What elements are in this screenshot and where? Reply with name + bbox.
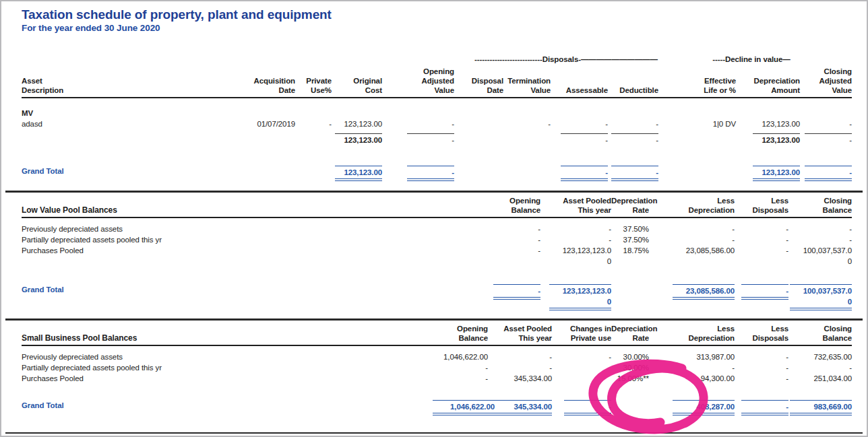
value-cell: - (800, 133, 852, 145)
value-cell: - (503, 119, 551, 129)
value-cell (454, 119, 503, 129)
small-business-pool-header: Small Business Pool Balances Opening Bal… (22, 321, 852, 346)
section-title: Small Business Pool Balances (22, 333, 433, 343)
column-header: Assessable (551, 86, 608, 95)
column-header: Opening Balance (433, 324, 488, 343)
value-cell: 123,123.00 (332, 166, 382, 181)
column-header: Opening Adjusted Value (382, 67, 454, 95)
column-header: Less Depreciation (665, 324, 735, 343)
column-header: Depreciation Amount (736, 76, 800, 95)
value-cell: 123,123.00 (736, 133, 800, 145)
asset-description: adasd (22, 119, 244, 129)
value-cell: 1|0 DV (658, 119, 736, 129)
subtotal-row: 123,123.00 - - - 123,123.00 - (22, 133, 852, 145)
value-cell: - (800, 166, 852, 181)
report-page: Taxation schedule of property, plant and… (0, 0, 868, 437)
table-row: Purchases Pooled - 123,123,123.0 0 18.75… (22, 245, 852, 267)
grand-total-row: Grand Total 1,046,622.00 345,334.00 - 40… (22, 400, 852, 415)
column-header: Less Disposals (735, 196, 788, 215)
value-cell: - (800, 119, 852, 129)
grand-total-label: Grand Total (22, 166, 244, 181)
column-header: Asset Pooled This year (488, 324, 552, 343)
table-row: Purchases Pooled - 345,334.00 15.00%** 9… (22, 373, 852, 384)
page-subtitle: For the year ended 30 June 2020 (22, 22, 849, 34)
column-header: Changes in Private use (552, 324, 611, 343)
section-title: Low Value Pool Balances (22, 205, 487, 215)
value-cell: - (608, 119, 658, 129)
column-header: Original Cost (332, 76, 382, 95)
value-cell: 01/07/2019 (244, 119, 295, 129)
main-table-header: ---------------------------Disposals-———… (22, 55, 852, 98)
grand-total-row: Grand Total - 123,123,123.0 0 23,085,586… (22, 284, 852, 310)
low-value-pool-header: Low Value Pool Balances Opening Balance … (22, 193, 852, 218)
value-cell: 123,123.00 (736, 119, 800, 129)
column-header: Closing Balance (788, 324, 852, 343)
column-header: Effective Life or % (658, 76, 736, 95)
grand-total-label: Grand Total (22, 400, 433, 415)
value-cell: - (382, 133, 454, 145)
table-row: Partially depreciated assets pooled this… (22, 362, 852, 373)
disposals-group-header: ---------------------------Disposals-———… (439, 55, 693, 64)
column-header: Less Depreciation (665, 196, 735, 215)
table-row: Previously depreciated assets 1,046,622.… (22, 351, 852, 362)
column-header: Termination Value (503, 76, 551, 95)
table-row: adasd 01/07/2019 - 123,123.00 - - - - 1|… (22, 119, 852, 129)
value-cell: - (382, 119, 454, 129)
page-bottom-rule (5, 432, 863, 434)
column-header: Depreciation Rate (611, 324, 665, 343)
column-header: Acquisition Date (244, 76, 295, 95)
page-title: Taxation schedule of property, plant and… (22, 7, 849, 22)
value-cell: - (551, 119, 608, 129)
column-header: Depreciation Rate (611, 196, 665, 215)
decline-in-value-group-header: -----Decline in value— (694, 55, 809, 64)
value-cell: - (608, 166, 658, 181)
grand-total-label: Grand Total (22, 284, 487, 310)
value-cell: - (295, 119, 332, 129)
value-cell: 123,123.00 (736, 166, 800, 181)
table-row: Previously depreciated assets - - 37.50%… (22, 224, 852, 234)
column-header: Closing Balance (788, 196, 852, 215)
column-header: Closing Adjusted Value (800, 67, 852, 95)
column-header: Opening Balance (487, 196, 540, 215)
value-cell: 123,123.00 (332, 133, 382, 145)
value-cell: - (551, 133, 608, 145)
column-header: Disposal Date (454, 76, 503, 95)
value-cell: - (608, 133, 658, 145)
column-header: Deductible (608, 86, 658, 95)
column-header: Asset Description (22, 76, 244, 95)
table-row: Partially depreciated assets pooled this… (22, 234, 852, 245)
asset-group-label: MV (22, 108, 849, 119)
value-cell: 123,123.00 (332, 119, 382, 129)
column-header: Less Disposals (735, 324, 788, 343)
column-header: Asset Pooled This year (540, 196, 611, 215)
value-cell: - (551, 166, 608, 181)
value-cell: - (382, 166, 454, 181)
column-header: Private Use% (295, 76, 332, 95)
grand-total-row: Grand Total 123,123.00 - - - 123,123.00 … (22, 166, 852, 181)
